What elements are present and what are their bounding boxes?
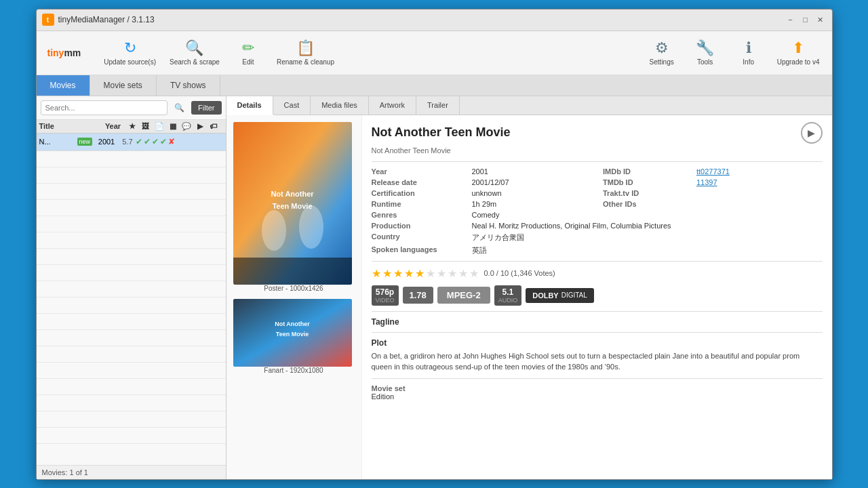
rename-icon: 📋 xyxy=(296,39,315,57)
edition-row: Edition xyxy=(372,392,823,401)
update-sources-label: Update source(s) xyxy=(104,58,156,66)
empty-row xyxy=(37,395,226,411)
play-column-icon: ▶ xyxy=(194,122,206,131)
tab-movie-sets[interactable]: Movie sets xyxy=(90,75,157,96)
main-tabs: Movies Movie sets TV shows xyxy=(37,75,832,96)
movie-year: 2001 xyxy=(94,138,119,146)
tools-button[interactable]: 🔧 Tools xyxy=(685,37,726,68)
info-column: Not Another Teen Movie ▶ Not Another Tee… xyxy=(362,115,832,479)
rename-label: Rename & cleanup xyxy=(277,58,334,66)
movie-score: 5.7 xyxy=(119,138,136,146)
svg-point-5 xyxy=(299,205,323,249)
star-4: ★ xyxy=(404,267,414,280)
tab-trailer[interactable]: Trailer xyxy=(416,96,460,115)
movie-list-panel: 🔍 Filter Title Year ★ 🖼 📄 ▦ 💬 ▶ 🏷 xyxy=(37,96,226,479)
empty-rows xyxy=(37,151,226,444)
app-logo: tinymm xyxy=(43,46,85,60)
plot-label: Plot xyxy=(372,338,823,348)
app-icon: t xyxy=(42,14,54,26)
imdb-id-link[interactable]: tt0277371 xyxy=(696,167,823,176)
poster-label: Poster - 1000x1426 xyxy=(233,285,355,292)
check-2: ✔ xyxy=(144,137,151,146)
movie-count: Movies: 1 of 1 xyxy=(37,465,226,479)
certification-label: Certification xyxy=(372,189,467,197)
empty-row xyxy=(37,281,226,298)
tab-details[interactable]: Details xyxy=(226,96,273,115)
check-1: ✔ xyxy=(136,137,142,146)
runtime-value: 1h 29m xyxy=(472,200,598,208)
empty-row xyxy=(37,379,226,395)
divider-1 xyxy=(372,161,823,162)
tools-label: Tools xyxy=(697,58,713,66)
country-value: アメリカ合衆国 xyxy=(472,232,598,243)
toolbar: tinymm ↻ Update source(s) 🔍 Search & scr… xyxy=(37,31,832,75)
update-sources-button[interactable]: ↻ Update source(s) xyxy=(98,37,161,68)
trakt-id-label: Trakt.tv ID xyxy=(603,189,691,197)
icon-columns: ★ 🖼 📄 ▦ 💬 ▶ 🏷 xyxy=(126,122,220,131)
media-badges: 576p VIDEO 1.78 MPEG-2 5.1 AUDIO DOLBY D… xyxy=(372,285,823,306)
table-row[interactable]: N... new 2001 5.7 ✔ ✔ ✔ ✔ ✘ xyxy=(37,134,226,151)
tab-cast[interactable]: Cast xyxy=(273,96,311,115)
movie-poster[interactable]: Not Another Teen Movie xyxy=(233,122,352,285)
svg-text:Teen Movie: Teen Movie xyxy=(275,331,308,338)
tab-tv-shows[interactable]: TV shows xyxy=(157,75,220,96)
filter-button[interactable]: Filter xyxy=(191,101,221,115)
movie-fanart[interactable]: Not Another Teen Movie xyxy=(233,299,352,367)
year-value: 2001 xyxy=(472,167,598,176)
search-input[interactable] xyxy=(41,100,168,115)
empty-row xyxy=(37,200,226,216)
poster-container: Not Another Teen Movie Poster - 1000x142… xyxy=(233,122,355,292)
trakt-id-value xyxy=(696,189,823,197)
video-column-icon: ▦ xyxy=(167,122,179,131)
fanart-container: Not Another Teen Movie Fanart - 1920x108… xyxy=(233,299,355,374)
runtime-label: Runtime xyxy=(372,200,467,208)
video-codec-badge: MPEG-2 xyxy=(437,287,490,304)
movie-detail-panel: Details Cast Media files Artwork Trailer xyxy=(226,96,832,479)
tab-media-files[interactable]: Media files xyxy=(311,96,369,115)
tab-artwork[interactable]: Artwork xyxy=(369,96,416,115)
divider-2 xyxy=(372,261,823,262)
movie-new-badge: new xyxy=(77,138,93,146)
settings-button[interactable]: ⚙ Settings xyxy=(642,37,682,68)
rename-button[interactable]: 📋 Rename & cleanup xyxy=(271,37,340,68)
country-label: Country xyxy=(372,232,467,243)
movie-set-label: Movie set xyxy=(372,384,823,392)
upgrade-button[interactable]: ⬆ Upgrade to v4 xyxy=(772,37,825,68)
search-scrape-button[interactable]: 🔍 Search & scrape xyxy=(164,37,225,68)
empty-row xyxy=(37,363,226,379)
details-content: Not Another Teen Movie Poster - 1000x142… xyxy=(226,115,832,479)
tag-column-icon: 🏷 xyxy=(208,122,220,131)
edit-button[interactable]: ✏ Edit xyxy=(228,37,269,68)
tab-movies[interactable]: Movies xyxy=(37,75,90,96)
empty-row xyxy=(37,411,226,428)
star-1: ★ xyxy=(372,267,381,280)
other-ids-value xyxy=(696,200,823,208)
other-ids-label: Other IDs xyxy=(603,200,691,208)
video-resolution-badge: 576p VIDEO xyxy=(372,285,399,306)
search-scrape-label: Search & scrape xyxy=(170,58,220,66)
play-button[interactable]: ▶ xyxy=(801,122,823,144)
audio-channels-badge: 5.1 AUDIO xyxy=(494,285,522,306)
star-9: ★ xyxy=(458,267,468,280)
empty-row xyxy=(37,151,226,167)
svg-point-4 xyxy=(262,210,286,251)
check-3: ✔ xyxy=(152,137,159,146)
dolby-badge: DOLBY DIGITAL xyxy=(526,288,594,303)
empty-row xyxy=(37,298,226,314)
upgrade-icon: ⬆ xyxy=(792,39,804,57)
genres-label: Genres xyxy=(372,211,467,219)
rating-stars: ★ ★ ★ ★ ★ ★ ★ ★ ★ ★ 0.0 / 10 xyxy=(372,267,823,280)
close-button[interactable]: ✕ xyxy=(814,14,827,26)
tmdb-id-link[interactable]: 11397 xyxy=(696,178,823,186)
minimize-button[interactable]: − xyxy=(785,14,797,26)
info-button[interactable]: ℹ Info xyxy=(728,37,769,68)
empty-row xyxy=(37,265,226,281)
star-3: ★ xyxy=(393,267,403,280)
production-value: Neal H. Moritz Productions, Original Fil… xyxy=(472,222,823,230)
window-title: tinyMediaManager / 3.1.13 xyxy=(58,15,785,24)
search-submit-icon[interactable]: 🔍 xyxy=(170,101,189,115)
maximize-button[interactable]: □ xyxy=(800,14,812,26)
edition-label: Edition xyxy=(372,392,823,401)
tagline-label: Tagline xyxy=(372,317,823,327)
divider-4 xyxy=(372,332,823,333)
